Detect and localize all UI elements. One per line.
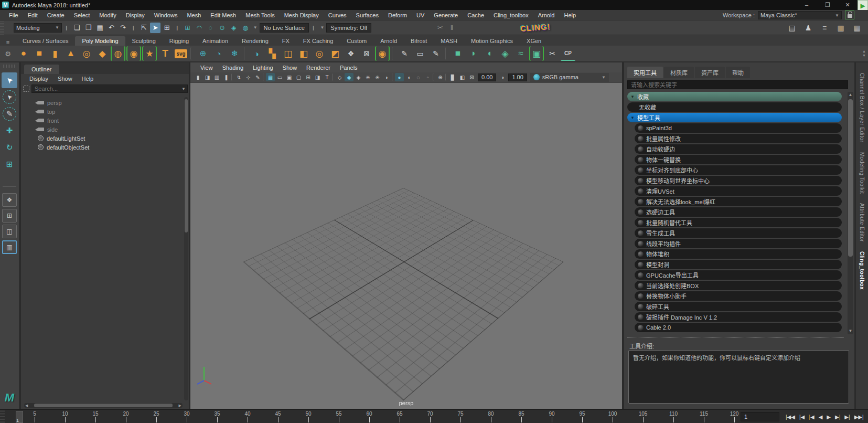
two-pane-layout-button[interactable]: ◫: [2, 225, 17, 238]
menu-item[interactable]: Show: [278, 62, 302, 73]
shelf-divider[interactable]: [445, 47, 448, 60]
menu-item[interactable]: Cache: [463, 10, 489, 20]
menu-item[interactable]: Mesh: [182, 10, 206, 20]
symmetry-field[interactable]: Symmetry: Off: [326, 23, 371, 33]
live-surface-field[interactable]: No Live Surface: [260, 23, 309, 33]
tool-list-item[interactable]: ▼ 替换物体小助手: [635, 291, 842, 301]
side-tab[interactable]: Modeling Toolkit: [859, 152, 865, 194]
safe-action-icon[interactable]: ◨: [313, 73, 322, 81]
shelf-tab[interactable]: Curves / Surfaces: [16, 36, 75, 46]
poly-torus-icon[interactable]: ◎: [79, 46, 94, 61]
side-tab[interactable]: Attribute Editor: [859, 203, 865, 242]
reset-transform-icon[interactable]: ◔: [211, 46, 226, 61]
menu-item[interactable]: Cling_toolbox: [489, 10, 533, 20]
multi-cut-icon[interactable]: ✎: [428, 46, 443, 61]
shadows-icon[interactable]: ☀: [373, 73, 382, 81]
step-back-frame-button[interactable]: |◀: [797, 414, 807, 420]
shelf-tab[interactable]: Motion Graphics: [464, 36, 520, 46]
snap-to-curve-icon[interactable]: ◠: [194, 23, 205, 33]
outliner-horizontal-scrollbar[interactable]: ◀ ▶: [24, 403, 183, 408]
filter-icon[interactable]: [23, 86, 29, 92]
tool-list-item[interactable]: ▼ 破损插件 Damage Inc V 1.2: [635, 312, 842, 322]
timeline-tick[interactable]: 110: [658, 411, 689, 422]
poly-sphere-icon[interactable]: ●: [16, 46, 31, 61]
drag-grip[interactable]: [3, 65, 16, 68]
menu-item[interactable]: Mesh Display: [280, 10, 324, 20]
construction-plane-icon[interactable]: ⊕: [196, 46, 210, 61]
combine-icon[interactable]: ◑: [249, 46, 264, 61]
save-scene-icon[interactable]: ▤: [95, 23, 105, 33]
shelf-tab[interactable]: Sculpting: [125, 36, 163, 46]
tool-list-item[interactable]: ▼ 模型工具: [627, 113, 842, 122]
viewport-canvas[interactable]: persp: [190, 83, 622, 409]
workspace-dropdown[interactable]: Maya Classic* ▼: [758, 11, 842, 19]
custom-pane-layout-button[interactable]: ▥: [2, 240, 17, 254]
timeline-tick[interactable]: 95: [567, 411, 597, 422]
chevron-down-icon[interactable]: ▼: [253, 25, 258, 30]
menu-item[interactable]: Shading: [218, 62, 248, 73]
chevron-down-icon[interactable]: ▼: [181, 87, 186, 91]
undo-icon[interactable]: ↶: [106, 23, 117, 33]
workspace-lock-icon[interactable]: [845, 10, 854, 19]
restore-button[interactable]: ❐: [819, 0, 837, 10]
depth-of-field-icon[interactable]: ◌: [414, 73, 423, 81]
vp-divider[interactable]: [263, 73, 265, 81]
extract-icon[interactable]: ◫: [281, 46, 295, 61]
tool-list-item[interactable]: ▼ Cable 2.0: [635, 323, 842, 332]
cut-scissors-icon[interactable]: ✂: [545, 46, 560, 61]
multisample-icon[interactable]: ◖: [404, 73, 413, 81]
poly-cylinder-icon[interactable]: ▮: [48, 46, 62, 61]
cling-toolbox-logo[interactable]: CLING!: [520, 22, 551, 33]
construction-history-icon[interactable]: ✂: [435, 23, 445, 33]
group-separator[interactable]: ❙: [173, 25, 182, 30]
type-tool-icon[interactable]: T: [158, 46, 173, 61]
shelf-menu-icon[interactable]: ≡: [0, 39, 16, 46]
step-back-key-button[interactable]: |◀: [807, 414, 816, 420]
poly-plane-icon[interactable]: ◆: [95, 46, 110, 61]
tool-list-item[interactable]: ▼ 坐标对齐到底部中心: [635, 165, 842, 175]
collapse-caret-icon[interactable]: ▼: [630, 94, 635, 99]
menu-item[interactable]: Lighting: [248, 62, 278, 73]
select-component-icon[interactable]: ⊞: [162, 23, 172, 33]
shelf-tab[interactable]: FX: [275, 36, 296, 46]
pattern-grid-icon[interactable]: ▣: [529, 46, 544, 61]
snap-to-grid-icon[interactable]: ⊞: [183, 23, 193, 33]
step-forward-frame-button[interactable]: ▶|: [842, 414, 852, 420]
plugin-tab[interactable]: 实用工具: [627, 67, 663, 78]
timeline-tick[interactable]: 115: [689, 411, 719, 422]
tool-list-item[interactable]: ▼ 解决无法选择look_mel爆红: [635, 197, 842, 206]
menu-item[interactable]: Curves: [324, 10, 351, 20]
tool-list-item[interactable]: ▼ 当前选择处创建BOX: [635, 281, 842, 290]
exposure-icon[interactable]: ▊: [448, 73, 457, 81]
drag-grip[interactable]: [0, 410, 5, 423]
tool-list-item[interactable]: ▼ GPUCache导出工具: [635, 270, 842, 280]
timeline-tick[interactable]: 45: [263, 411, 293, 422]
tool-list-item[interactable]: ▼ 无收藏: [627, 102, 842, 112]
menu-item[interactable]: Panels: [335, 62, 362, 73]
plugin-list-scrollbar[interactable]: ▲ ▼: [848, 92, 853, 334]
vp-divider[interactable]: [231, 73, 234, 81]
grid-toggle-icon[interactable]: ▦: [266, 73, 275, 81]
timeline-tick[interactable]: 100: [597, 411, 628, 422]
frame-number-field[interactable]: [741, 412, 779, 421]
minimize-button[interactable]: –: [798, 0, 816, 10]
play-forwards-button[interactable]: ▶: [824, 414, 833, 420]
boolean-union-icon[interactable]: ■: [451, 46, 465, 61]
snap-to-projected-center-icon[interactable]: ⊙: [217, 23, 228, 33]
tool-list-item[interactable]: ▼ 物体一键替换: [635, 155, 842, 164]
shelf-tab[interactable]: Rigging: [163, 36, 196, 46]
ambient-occlusion-icon[interactable]: ◗: [382, 73, 391, 81]
tool-list-item[interactable]: ▼ 模型封洞: [635, 260, 842, 269]
boolean-difference-icon[interactable]: ◗: [466, 46, 481, 61]
menu-item[interactable]: Generate: [429, 10, 463, 20]
menu-item[interactable]: Create: [42, 10, 69, 20]
menu-item[interactable]: Renderer: [302, 62, 335, 73]
remesh-cube-icon[interactable]: ◈: [498, 46, 512, 61]
tool-list-item[interactable]: ▼ 清理UVSet: [635, 186, 842, 196]
outliner-tab[interactable]: Outliner: [24, 65, 59, 74]
remesh-sphere-icon[interactable]: ◉: [375, 46, 390, 61]
vp-divider[interactable]: [332, 73, 335, 81]
center-origin-icon[interactable]: ❄: [227, 46, 242, 61]
colorspace-dropdown[interactable]: sRGB gamma ▼: [530, 73, 609, 82]
gate-mask-icon[interactable]: ▢: [294, 73, 303, 81]
